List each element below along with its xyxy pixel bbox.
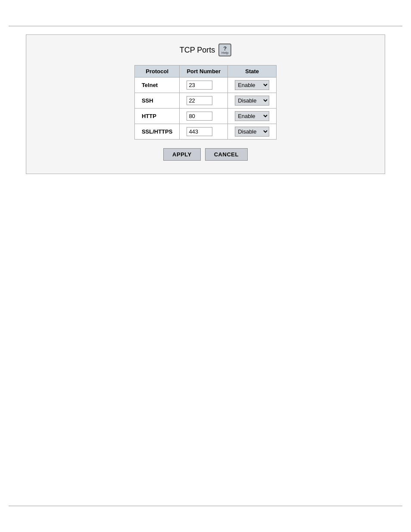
header-state: State (228, 65, 277, 78)
title-row: TCP Ports ? Help (39, 44, 372, 56)
port-input-http[interactable] (187, 112, 212, 121)
port-input-ssl/https[interactable] (187, 127, 212, 136)
state-select-ssl/https[interactable]: EnableDisable (235, 127, 269, 137)
cancel-button[interactable]: CANCEL (205, 148, 248, 161)
protocol-cell-2: HTTP (134, 109, 180, 124)
protocol-cell-3: SSL/HTTPS (134, 124, 180, 140)
protocol-cell-0: Telnet (134, 78, 180, 93)
state-select-http[interactable]: EnableDisable (235, 111, 269, 121)
protocol-cell-1: SSH (134, 93, 180, 109)
table-row: SSHEnableDisable (134, 93, 276, 109)
header-protocol: Protocol (134, 65, 180, 78)
table-row: HTTPEnableDisable (134, 109, 276, 124)
main-panel: TCP Ports ? Help Protocol Port Number St… (26, 34, 385, 174)
port-cell-1 (180, 93, 228, 109)
state-cell-0: EnableDisable (228, 78, 277, 93)
button-row: APPLY CANCEL (39, 148, 372, 161)
page-title: TCP Ports (180, 46, 215, 55)
port-cell-0 (180, 78, 228, 93)
table-header-row: Protocol Port Number State (134, 65, 276, 78)
state-cell-3: EnableDisable (228, 124, 277, 140)
ports-table: Protocol Port Number State TelnetEnableD… (134, 65, 277, 140)
port-input-telnet[interactable] (187, 81, 212, 90)
port-cell-3 (180, 124, 228, 140)
table-row: TelnetEnableDisable (134, 78, 276, 93)
apply-button[interactable]: APPLY (163, 148, 201, 161)
bottom-divider (9, 506, 402, 506)
table-row: SSL/HTTPSEnableDisable (134, 124, 276, 140)
state-select-ssh[interactable]: EnableDisable (235, 96, 269, 106)
port-input-ssh[interactable] (187, 96, 212, 105)
help-icon-button[interactable]: ? Help (218, 44, 231, 56)
port-cell-2 (180, 109, 228, 124)
help-label: Help (221, 51, 228, 55)
state-select-telnet[interactable]: EnableDisable (235, 80, 269, 90)
header-port-number: Port Number (180, 65, 228, 78)
state-cell-1: EnableDisable (228, 93, 277, 109)
state-cell-2: EnableDisable (228, 109, 277, 124)
help-question-mark: ? (223, 46, 227, 51)
top-divider (9, 26, 402, 26)
